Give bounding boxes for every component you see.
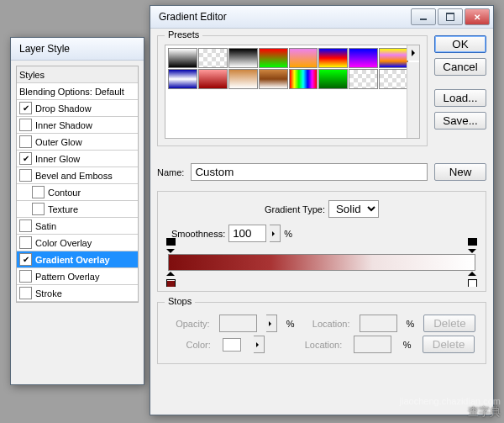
style-row-contour[interactable]: Contour [17,184,138,201]
preset-swatch[interactable] [228,69,258,89]
style-label: Texture [48,204,78,214]
smoothness-spinner[interactable] [270,225,281,242]
opacity-input [219,315,257,332]
style-label: Color Overlay [35,238,92,248]
style-checkbox[interactable] [32,203,45,215]
style-checkbox[interactable] [19,102,32,114]
style-row-inner-shadow[interactable]: Inner Shadow [17,117,138,134]
style-row-stroke[interactable]: Stroke [17,285,138,302]
close-button[interactable] [465,8,490,25]
color-label: Color: [169,340,211,350]
styles-table: Styles Blending Options: Default Drop Sh… [16,66,139,303]
style-row-drop-shadow[interactable]: Drop Shadow [17,100,138,117]
color-spinner [254,336,265,353]
preset-swatch[interactable] [198,48,228,68]
style-checkbox[interactable] [19,135,32,148]
style-row-texture[interactable]: Texture [17,201,138,218]
load-button[interactable]: Load... [434,89,486,107]
preset-swatch[interactable] [228,48,258,68]
preset-swatch[interactable] [379,48,408,68]
color-swatch [223,338,241,352]
preset-swatch[interactable] [318,48,348,68]
style-row-pattern-overlay[interactable]: Pattern Overlay [17,268,138,285]
preset-swatch[interactable] [168,48,197,68]
name-label: Name: [157,167,184,177]
style-checkbox[interactable] [32,186,45,198]
style-label: Satin [35,221,56,231]
gradient-type-select[interactable]: Solid [328,200,379,218]
presets-fieldset: Presets [157,35,428,146]
style-label: Outer Glow [35,137,82,147]
preset-swatch[interactable] [259,69,288,89]
presets-panel [165,45,420,139]
style-row-bevel-and-emboss[interactable]: Bevel and Emboss [17,167,138,184]
style-row-color-overlay[interactable]: Color Overlay [17,235,138,251]
style-label: Bevel and Emboss [35,171,113,181]
preset-swatch[interactable] [379,69,408,89]
color-delete-button: Delete [423,336,475,353]
opacity-label: Opacity: [168,319,210,329]
smoothness-input[interactable] [228,225,266,242]
blending-options-row[interactable]: Blending Options: Default [17,83,138,100]
new-button[interactable]: New [434,163,486,181]
style-checkbox[interactable] [19,270,32,283]
style-label: Stroke [35,288,62,299]
styles-header[interactable]: Styles [17,66,138,83]
presets-legend: Presets [165,29,202,40]
gradient-settings-fieldset: Gradient Type: Solid Smoothness: % [157,191,486,292]
style-label: Drop Shadow [35,103,92,114]
preset-swatch[interactable] [349,48,378,68]
style-checkbox[interactable] [19,236,32,249]
layer-style-title: Layer Style [14,43,140,55]
name-input[interactable] [191,163,428,181]
layer-style-titlebar: Layer Style [11,38,144,61]
gradient-editor-titlebar: Gradient Editor [150,6,493,29]
cancel-button[interactable]: Cancel [434,58,486,76]
style-label: Gradient Overlay [35,255,110,265]
color-stop-right[interactable] [468,271,477,280]
style-checkbox[interactable] [19,253,32,266]
preset-swatch[interactable] [289,48,318,68]
opacity-spinner [266,315,277,332]
smoothness-label: Smoothness: [171,229,225,239]
presets-scrollbar[interactable] [407,62,419,138]
ok-button[interactable]: OK [434,35,486,53]
opacity-stop-left[interactable] [166,245,176,254]
style-row-outer-glow[interactable]: Outer Glow [17,134,138,151]
style-checkbox[interactable] [19,119,32,131]
preset-swatch[interactable] [259,48,288,68]
opacity-location-input [360,315,397,332]
color-location-label: Location: [296,340,342,350]
style-label: Pattern Overlay [35,272,99,282]
minimize-button[interactable] [411,8,436,25]
style-label: Contour [48,188,81,198]
gradient-preview-bar[interactable] [168,254,475,271]
maximize-button[interactable] [438,8,463,25]
stops-fieldset: Stops Opacity: % Location: % Delete Colo… [157,302,486,364]
stops-legend: Stops [165,296,195,306]
style-row-inner-glow[interactable]: Inner Glow [17,151,138,167]
presets-menu-icon[interactable] [407,45,419,61]
opacity-stop-right[interactable] [468,245,477,254]
layer-style-window: Layer Style Styles Blending Options: Def… [10,37,144,385]
preset-swatch[interactable] [318,69,348,89]
gradient-editor-window: Gradient Editor Presets OK Cancel [150,5,494,415]
preset-swatch[interactable] [168,69,197,89]
opacity-location-label: Location: [303,319,349,329]
dialog-buttons: OK Cancel Load... Save... [434,35,486,156]
style-checkbox[interactable] [19,219,32,232]
style-checkbox[interactable] [19,152,32,165]
style-row-satin[interactable]: Satin [17,218,138,235]
preset-swatch[interactable] [349,69,378,89]
gradient-type-label: Gradient Type: [265,204,325,214]
watermark-main: 查字典 [468,404,501,420]
preset-swatch[interactable] [198,69,228,89]
style-checkbox[interactable] [19,169,32,182]
color-stop-left[interactable] [166,271,176,280]
save-button[interactable]: Save... [434,112,486,130]
percent-label: % [284,229,292,239]
opacity-delete-button: Delete [423,315,475,332]
style-checkbox[interactable] [19,287,32,299]
preset-swatch[interactable] [289,69,318,89]
style-row-gradient-overlay[interactable]: Gradient Overlay [17,251,138,268]
